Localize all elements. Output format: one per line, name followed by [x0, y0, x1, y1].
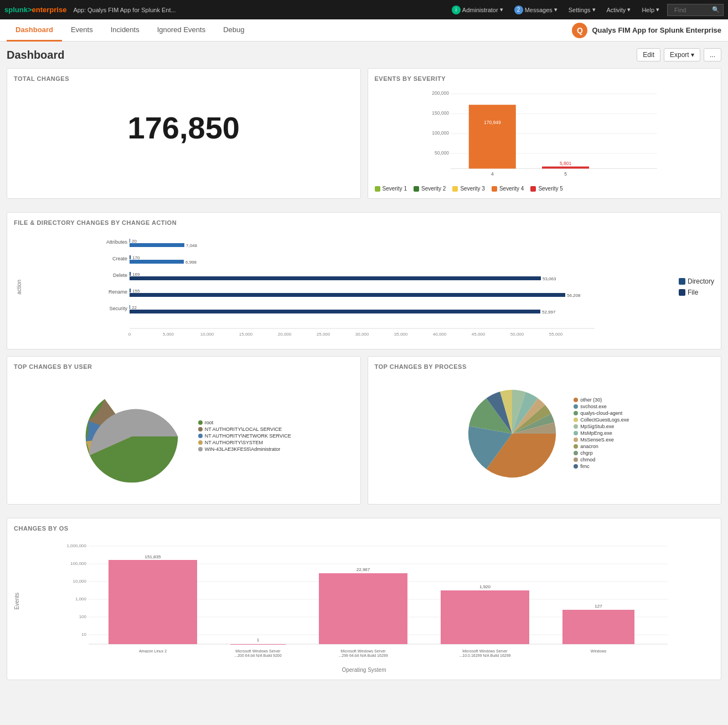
svg-text:151,835: 151,835 — [145, 554, 161, 559]
messages-menu[interactable]: 2 Messages ▾ — [511, 4, 561, 16]
svg-text:Microsoft Windows Server: Microsoft Windows Server — [340, 649, 386, 653]
svg-text:20: 20 — [132, 239, 137, 244]
svg-text:100,000: 100,000 — [432, 130, 449, 136]
file-dir-legend: Directory File — [674, 232, 714, 342]
svg-rect-43 — [130, 305, 130, 309]
svg-text:7,048: 7,048 — [186, 243, 198, 248]
find-input[interactable] — [671, 6, 710, 14]
process-pie-legend: other (30) svchost.exe qualys-cloud-agen… — [574, 397, 629, 470]
os-chart-container: Events 1,000,000 100,000 10,000 1,000 10… — [14, 537, 714, 665]
severity4-xlabel: 4 — [491, 171, 493, 177]
nav-tabs: Dashboard Events Incidents Ignored Event… — [7, 19, 572, 42]
svg-text:100: 100 — [79, 614, 87, 619]
legend-severity3: Severity 3 — [452, 186, 484, 192]
top-row: TOTAL CHANGES 176,850 EVENTS BY SEVERITY… — [7, 68, 721, 205]
svg-text:169: 169 — [132, 272, 140, 277]
tab-dashboard[interactable]: Dashboard — [7, 19, 62, 42]
find-container[interactable]: 🔍 — [667, 4, 724, 16]
svg-text:6,998: 6,998 — [185, 260, 197, 265]
svg-text:22: 22 — [132, 305, 137, 310]
user-pie-container: root NT AUTHORITY\LOCAL SERVICE NT AUTHO… — [14, 376, 354, 497]
search-icon: 🔍 — [712, 6, 720, 13]
file-dir-changes-panel: FILE & DIRECTORY CHANGES BY CHANGE ACTIO… — [7, 212, 721, 349]
events-severity-chart: 200,000 150,000 100,000 50,000 170,949 4… — [375, 88, 715, 182]
tab-debug[interactable]: Debug — [214, 19, 253, 42]
svg-text:Security: Security — [109, 306, 127, 311]
severity5-bar — [542, 167, 589, 169]
admin-label: Administrator — [462, 7, 498, 13]
svg-text:...299 64-bit N/A Build 16299: ...299 64-bit N/A Build 16299 — [338, 654, 388, 657]
svg-text:1,000,000: 1,000,000 — [66, 543, 86, 548]
app-brand: Q Qualys FIM App for Splunk Enterprise — [572, 23, 721, 38]
svg-rect-40 — [130, 293, 565, 297]
tab-events[interactable]: Events — [62, 19, 102, 42]
enterprise-text: enterprise — [32, 6, 67, 14]
legend-severity2: Severity 2 — [414, 186, 446, 192]
svg-text:15,000: 15,000 — [239, 332, 253, 337]
help-menu[interactable]: Help ▾ — [638, 5, 663, 14]
bar-win1920 — [441, 590, 529, 644]
svg-rect-25 — [130, 243, 184, 247]
svg-text:Microsoft Windows Server: Microsoft Windows Server — [235, 649, 281, 653]
svg-text:Attributes: Attributes — [106, 239, 128, 245]
svg-text:...10.0.16299 N/A Build 16299: ...10.0.16299 N/A Build 16299 — [459, 654, 510, 657]
admin-badge: i — [452, 6, 461, 14]
svg-text:40,000: 40,000 — [433, 332, 447, 337]
svg-text:100,000: 100,000 — [70, 561, 86, 566]
svg-text:155: 155 — [132, 289, 140, 294]
severity-legend: Severity 1 Severity 2 Severity 3 Severit… — [375, 186, 715, 192]
total-changes-title: TOTAL CHANGES — [14, 75, 354, 82]
secondary-navigation: Dashboard Events Incidents Ignored Event… — [0, 19, 728, 42]
edit-button[interactable]: Edit — [637, 48, 660, 61]
events-by-severity-panel: EVENTS BY SEVERITY 200,000 150,000 100,0… — [368, 68, 722, 199]
page-title: Dashboard — [7, 49, 64, 61]
user-pie-legend: root NT AUTHORITY\LOCAL SERVICE NT AUTHO… — [198, 420, 291, 453]
bar-windows — [562, 610, 634, 644]
svg-text:30,000: 30,000 — [355, 332, 369, 337]
process-pie-container: other (30) svchost.exe qualys-cloud-agen… — [375, 376, 715, 492]
svg-text:5,000: 5,000 — [163, 332, 174, 337]
app-brand-label: Qualys FIM App for Splunk Enterprise — [592, 26, 721, 34]
tab-ignored-events[interactable]: Ignored Events — [148, 19, 214, 42]
svg-rect-35 — [130, 276, 541, 280]
svg-text:Microsoft Windows Server: Microsoft Windows Server — [462, 649, 508, 653]
more-button[interactable]: ... — [704, 48, 721, 61]
svg-text:1: 1 — [257, 637, 260, 642]
admin-menu[interactable]: i Administrator ▾ — [448, 4, 507, 16]
changes-by-os-title: CHANGES BY OS — [14, 525, 714, 532]
settings-menu[interactable]: Settings ▾ — [565, 5, 599, 14]
svg-text:0: 0 — [128, 332, 131, 337]
pie-charts-row: TOP CHANGES BY USER root NT AUTHORIT — [7, 356, 721, 511]
page-actions: Edit Export ▾ ... — [637, 48, 721, 61]
app-name-label: App: Qualys FIM App for Splunk Ent... — [73, 7, 443, 13]
total-changes-panel: TOTAL CHANGES 176,850 — [7, 68, 361, 199]
svg-text:200,000: 200,000 — [432, 90, 449, 96]
messages-badge: 2 — [514, 6, 523, 14]
page-header: Dashboard Edit Export ▾ ... — [7, 48, 721, 61]
qualys-logo-icon: Q — [572, 23, 587, 38]
svg-text:Create: Create — [112, 256, 127, 261]
top-changes-process-panel: TOP CHANGES BY PROCESS — [368, 356, 722, 505]
top-changes-user-panel: TOP CHANGES BY USER root NT AUTHORIT — [7, 356, 361, 505]
svg-text:Delete: Delete — [113, 272, 127, 278]
export-button[interactable]: Export ▾ — [664, 48, 700, 61]
svg-text:150,000: 150,000 — [432, 110, 449, 116]
tab-incidents[interactable]: Incidents — [102, 19, 148, 42]
svg-text:52,997: 52,997 — [542, 310, 556, 315]
user-pie-chart — [76, 381, 187, 492]
legend-directory: Directory — [679, 277, 714, 285]
svg-rect-45 — [130, 310, 540, 313]
y-axis-label: action — [16, 280, 22, 295]
svg-text:22,967: 22,967 — [357, 567, 370, 572]
file-dir-changes-title: FILE & DIRECTORY CHANGES BY CHANGE ACTIO… — [14, 219, 714, 226]
svg-text:56,208: 56,208 — [567, 293, 581, 298]
messages-label: Messages — [525, 7, 553, 13]
svg-rect-30 — [130, 260, 184, 264]
svg-text:55,000: 55,000 — [549, 332, 563, 337]
os-x-label: Operating System — [14, 667, 714, 673]
activity-menu[interactable]: Activity ▾ — [603, 5, 634, 14]
top-navigation: splunk>enterprise App: Qualys FIM App fo… — [0, 0, 728, 19]
svg-rect-38 — [130, 289, 131, 292]
svg-text:Rename: Rename — [109, 289, 127, 295]
events-severity-title: EVENTS BY SEVERITY — [375, 75, 715, 82]
